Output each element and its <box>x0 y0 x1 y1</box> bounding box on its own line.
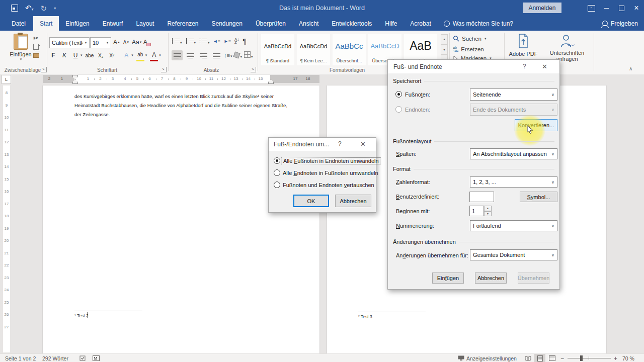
font-size-dropdown-icon[interactable]: ▾ <box>104 41 111 45</box>
styles-scroll-up-icon[interactable]: ▲ <box>441 34 448 45</box>
convert-footnotes-radio[interactable] <box>274 157 280 164</box>
web-layout-icon[interactable] <box>546 354 557 362</box>
styles-scroll-down-icon[interactable]: ▼ <box>441 45 448 55</box>
align-right-icon[interactable] <box>198 50 209 60</box>
tab-start[interactable]: Start <box>33 16 59 31</box>
tab-entwicklertools[interactable]: Entwicklertools <box>325 16 378 31</box>
font-color-button[interactable]: A <box>150 50 158 61</box>
endnotes-radio[interactable] <box>395 106 402 113</box>
numbered-list-icon[interactable]: ▾ <box>186 37 196 46</box>
paragraph-dialog-launcher-icon[interactable] <box>251 67 256 72</box>
show-paragraph-marks-icon[interactable]: ¶ <box>243 37 247 45</box>
tell-me-box[interactable]: Was möchten Sie tun? <box>438 16 519 31</box>
tab-sendungen[interactable]: Sendungen <box>205 16 249 31</box>
print-layout-icon[interactable] <box>534 354 545 362</box>
style-standard[interactable]: AaBbCcDd ¶ Standard <box>261 34 294 65</box>
tab-acrobat[interactable]: Acrobat <box>404 16 437 31</box>
number-format-dropdown[interactable]: 1, 2, 3, ... ∨ <box>470 176 557 188</box>
zoom-out-icon[interactable]: − <box>560 354 564 362</box>
cut-icon[interactable]: ✂ <box>33 35 39 42</box>
superscript-button[interactable]: X² <box>108 50 116 60</box>
zoom-level[interactable]: 70 % <box>622 354 634 362</box>
align-center-icon[interactable] <box>185 50 196 60</box>
swap-notes-radio[interactable] <box>274 182 280 188</box>
find-button[interactable]: Suchen▾ <box>453 35 487 42</box>
shading-icon[interactable]: ▾ <box>234 51 242 60</box>
grow-font-button[interactable]: A▲ <box>113 37 121 47</box>
bold-button[interactable]: F <box>49 50 57 60</box>
clear-formatting-button[interactable]: A <box>143 37 151 47</box>
zoom-slider-thumb[interactable] <box>580 355 583 361</box>
footnote-text-page1[interactable]: ¹ Test 2 <box>74 313 89 318</box>
justify-icon[interactable] <box>211 50 222 60</box>
convert-footnotes-label[interactable]: Alle Fußnoten in Endnoten umwandeln <box>281 157 381 164</box>
highlight-color-button[interactable]: ab <box>136 50 144 61</box>
convert-endnotes-label[interactable]: Alle Endnoten in Fußnoten umwandeln <box>283 170 378 176</box>
columns-dropdown[interactable]: An Abschnittslayout anpassen ∨ <box>470 148 557 159</box>
adobe-pdf-button[interactable]: Adobe PDF <box>507 34 539 57</box>
macro-recording-icon[interactable] <box>93 354 100 362</box>
symbol-button[interactable]: Symbol... <box>520 192 557 202</box>
tab-ansicht[interactable]: Ansicht <box>292 16 325 31</box>
convert-endnotes-radio[interactable] <box>274 169 280 176</box>
font-name-dropdown-icon[interactable]: ▾ <box>83 41 89 45</box>
ribbon-display-options-icon[interactable]: ˆ <box>584 0 599 16</box>
format-painter-icon[interactable] <box>33 53 39 58</box>
footnote-text-page2[interactable]: ² Test 3 <box>358 314 372 319</box>
footnotes-radio[interactable] <box>395 91 402 98</box>
line-spacing-icon[interactable]: ↕≡▾ <box>224 52 232 58</box>
bullet-list-icon[interactable]: ▾ <box>172 37 182 46</box>
minimize-icon[interactable] <box>599 0 614 16</box>
cancel-button[interactable]: Abbrechen <box>475 273 507 284</box>
page-indicator[interactable]: Seite 1 von 2 <box>5 354 36 362</box>
style-ueberschrift-1[interactable]: AaBbCc Überschrif... <box>333 34 366 65</box>
cancel-button[interactable]: Abbrechen <box>335 195 371 207</box>
ok-button[interactable]: OK <box>293 195 329 207</box>
page-1[interactable]: des Kursivgebirges erklommen hatte, warf… <box>43 85 319 353</box>
footnotes-location-dropdown[interactable]: Seitenende ∨ <box>470 88 557 101</box>
replace-button[interactable]: ab⤷ac Ersetzen <box>453 46 484 52</box>
apply-button[interactable]: Übernehmen <box>518 273 549 284</box>
underline-button[interactable]: U <box>71 50 79 60</box>
paste-button[interactable]: Einfügen ▾ <box>7 34 34 61</box>
start-at-input[interactable] <box>469 206 484 216</box>
swap-notes-label[interactable]: Fußnoten und Endnoten vertauschen <box>283 182 374 188</box>
font-name-combo[interactable]: Calibri (Textk ▾ <box>49 37 90 48</box>
font-size-combo[interactable]: 10 ▾ <box>90 37 111 48</box>
numbering-dropdown[interactable]: Fortlaufend ∨ <box>470 220 557 231</box>
tab-ueberpruefen[interactable]: Überprüfen <box>249 16 292 31</box>
read-mode-icon[interactable] <box>522 354 533 362</box>
subscript-button[interactable]: X₂ <box>97 50 105 60</box>
dialog-title-bar[interactable]: Fuß- und Endnote ? ✕ <box>388 60 559 73</box>
help-icon[interactable]: ? <box>523 63 526 70</box>
insert-button[interactable]: Einfügen <box>432 273 464 284</box>
sign-in-button[interactable]: Anmelden <box>523 3 561 13</box>
spin-up-icon[interactable]: ▲ <box>484 206 492 211</box>
shrink-font-button[interactable]: A▼ <box>122 37 130 47</box>
underline-dropdown-icon[interactable]: ▾ <box>80 53 83 57</box>
tab-layout[interactable]: Layout <box>129 16 160 31</box>
paste-dropdown-icon[interactable]: ▾ <box>20 57 22 61</box>
tab-stop-selector[interactable]: L <box>2 75 11 84</box>
copy-icon[interactable] <box>33 44 39 50</box>
maximize-icon[interactable] <box>614 0 629 16</box>
align-left-icon[interactable] <box>172 50 183 60</box>
sort-icon[interactable]: A↓Z <box>234 38 239 44</box>
horizontal-ruler[interactable]: 211234567891011121314151718 <box>43 75 319 83</box>
close-icon[interactable]: × <box>629 0 644 16</box>
clipboard-dialog-launcher-icon[interactable] <box>41 67 47 72</box>
spin-down-icon[interactable]: ▼ <box>484 211 492 217</box>
document-text[interactable]: des Kursivgebirges erklommen hatte, warf… <box>74 92 291 119</box>
convert-button[interactable]: Konvertieren... <box>515 119 557 131</box>
tab-referenzen[interactable]: Referenzen <box>160 16 205 31</box>
word-count[interactable]: 292 Wörter <box>42 354 68 362</box>
text-effects-button[interactable]: A <box>122 50 130 60</box>
close-icon[interactable]: ✕ <box>360 140 366 148</box>
tab-entwurf[interactable]: Entwurf <box>96 16 130 31</box>
display-settings-button[interactable]: Anzeigeeinstellungen <box>458 354 517 362</box>
font-dialog-launcher-icon[interactable] <box>161 67 167 72</box>
apply-to-dropdown[interactable]: Gesamtes Dokument ∨ <box>470 249 557 260</box>
italic-button[interactable]: K <box>60 50 68 60</box>
zoom-slider[interactable] <box>568 358 611 358</box>
change-case-button[interactable]: Aa▾ <box>132 37 141 47</box>
